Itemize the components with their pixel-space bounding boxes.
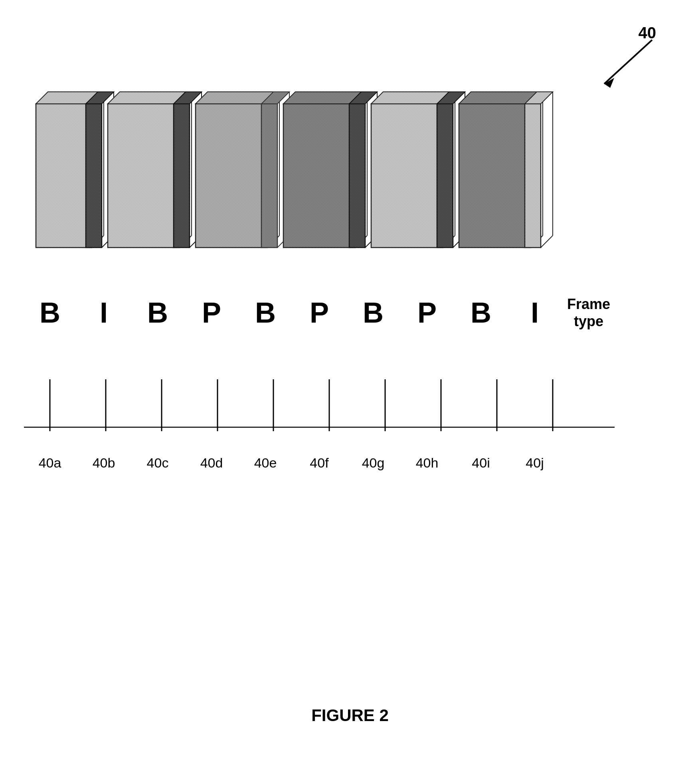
frames-3d-diagram (24, 56, 643, 287)
frame-type-text: Frametype (563, 295, 615, 330)
frame-ref-40d: 40d (186, 455, 237, 471)
frame-ref-40f: 40f (293, 455, 345, 471)
svg-marker-22 (108, 104, 180, 248)
frame-label-5: P (293, 296, 345, 329)
diagram-container: 40 (0, 0, 700, 757)
svg-marker-46 (371, 104, 443, 248)
svg-marker-42 (349, 104, 365, 248)
svg-marker-30 (196, 104, 267, 248)
frame-label-7: P (401, 296, 453, 329)
frame-11-extra (525, 92, 553, 248)
frame-label-0: B (24, 296, 76, 329)
frame-ref-40i: 40i (455, 455, 507, 471)
svg-marker-38 (283, 104, 355, 248)
frame-ref-row: 40a 40b 40c 40d 40e 40f 40g 40h 40i 40j … (24, 455, 615, 471)
figure-caption: FIGURE 2 (311, 706, 389, 725)
frame-ref-40a: 40a (24, 455, 76, 471)
frame-label-1: I (78, 296, 130, 329)
frame-ref-40e: 40e (239, 455, 291, 471)
frame-label-4: B (239, 296, 291, 329)
svg-marker-18 (86, 104, 102, 248)
timeline-svg (24, 367, 615, 447)
frame-label-6: B (347, 296, 399, 329)
svg-line-60 (541, 236, 553, 248)
frame-label-9: I (509, 296, 561, 329)
frame-label-2: B (132, 296, 184, 329)
svg-marker-50 (437, 104, 453, 248)
frame-ref-40c: 40c (132, 455, 184, 471)
svg-marker-26 (174, 104, 190, 248)
frame-labels-row: B I B P B P B P B I Frametype (24, 295, 615, 330)
frame-ref-40g: 40g (347, 455, 399, 471)
svg-marker-34 (261, 104, 277, 248)
frame-ref-40j: 40j (509, 455, 561, 471)
frame-label-3: P (186, 296, 237, 329)
svg-marker-58 (525, 104, 541, 248)
frame-label-8: B (455, 296, 507, 329)
frame-ref-40b: 40b (78, 455, 130, 471)
svg-marker-54 (459, 104, 531, 248)
frame-ref-40h: 40h (401, 455, 453, 471)
svg-marker-14 (36, 104, 92, 248)
